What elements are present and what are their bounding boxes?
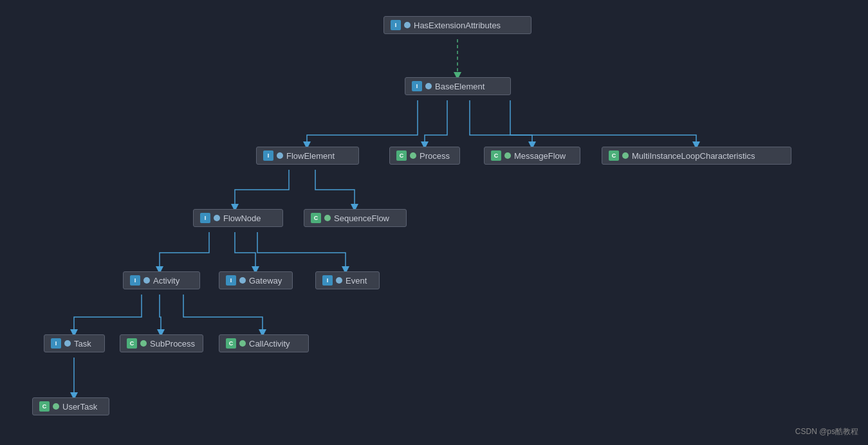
- member-icon: [143, 277, 150, 284]
- interface-icon: I: [391, 20, 401, 30]
- interface-icon: I: [226, 275, 236, 286]
- interface-icon: I: [412, 81, 422, 91]
- node-flow-element: I FlowElement: [256, 147, 359, 165]
- node-call-activity: C CallActivity: [219, 334, 309, 352]
- node-label: UserTask: [62, 402, 97, 412]
- diagram-container: I HasExtensionAttributes I BaseElement I…: [0, 0, 868, 445]
- interface-icon: I: [200, 213, 210, 223]
- member-icon: [336, 277, 342, 284]
- class-icon: C: [226, 338, 236, 349]
- node-label: SequenceFlow: [334, 213, 389, 223]
- class-icon: C: [39, 401, 50, 412]
- member-icon: [277, 152, 283, 159]
- class-icon: C: [609, 150, 619, 161]
- node-event: I Event: [315, 271, 380, 289]
- interface-icon: I: [130, 275, 140, 286]
- node-label: CallActivity: [249, 339, 290, 349]
- class-icon: C: [127, 338, 137, 349]
- member-icon: [214, 215, 220, 221]
- node-label: FlowElement: [286, 151, 335, 161]
- node-label: FlowNode: [223, 213, 261, 223]
- node-has-extension-attributes: I HasExtensionAttributes: [383, 16, 531, 34]
- node-label: MessageFlow: [514, 151, 566, 161]
- member-icon: [404, 22, 411, 28]
- interface-icon: I: [322, 275, 333, 286]
- member-icon: [239, 277, 246, 284]
- member-icon: [410, 152, 416, 159]
- node-sequence-flow: C SequenceFlow: [304, 209, 407, 227]
- member-icon: [64, 340, 71, 347]
- node-base-element: I BaseElement: [405, 77, 511, 95]
- member-icon: [324, 215, 331, 221]
- node-label: Task: [74, 339, 91, 349]
- node-gateway: I Gateway: [219, 271, 293, 289]
- class-icon: C: [396, 150, 407, 161]
- node-task: I Task: [44, 334, 105, 352]
- node-activity: I Activity: [123, 271, 200, 289]
- class-icon: C: [311, 213, 321, 223]
- member-icon: [140, 340, 147, 347]
- node-label: MultiInstanceLoopCharacteristics: [632, 151, 755, 161]
- node-sub-process: C SubProcess: [120, 334, 203, 352]
- watermark: CSDN @ps酷教程: [795, 426, 858, 437]
- node-label: SubProcess: [150, 339, 195, 349]
- member-icon: [53, 403, 59, 410]
- node-process: C Process: [389, 147, 460, 165]
- interface-icon: I: [263, 150, 273, 161]
- member-icon: [239, 340, 246, 347]
- node-label: Process: [420, 151, 450, 161]
- node-message-flow: C MessageFlow: [484, 147, 580, 165]
- member-icon: [425, 83, 432, 89]
- connectors-svg: [0, 0, 868, 445]
- node-label: Activity: [153, 276, 180, 286]
- node-label: BaseElement: [435, 82, 485, 91]
- node-label: HasExtensionAttributes: [414, 21, 501, 30]
- node-multi-instance-loop: C MultiInstanceLoopCharacteristics: [602, 147, 791, 165]
- member-icon: [622, 152, 629, 159]
- node-user-task: C UserTask: [32, 397, 109, 415]
- class-icon: C: [491, 150, 501, 161]
- interface-icon: I: [51, 338, 61, 349]
- node-label: Event: [346, 276, 367, 286]
- member-icon: [504, 152, 511, 159]
- node-label: Gateway: [249, 276, 282, 286]
- node-flow-node: I FlowNode: [193, 209, 283, 227]
